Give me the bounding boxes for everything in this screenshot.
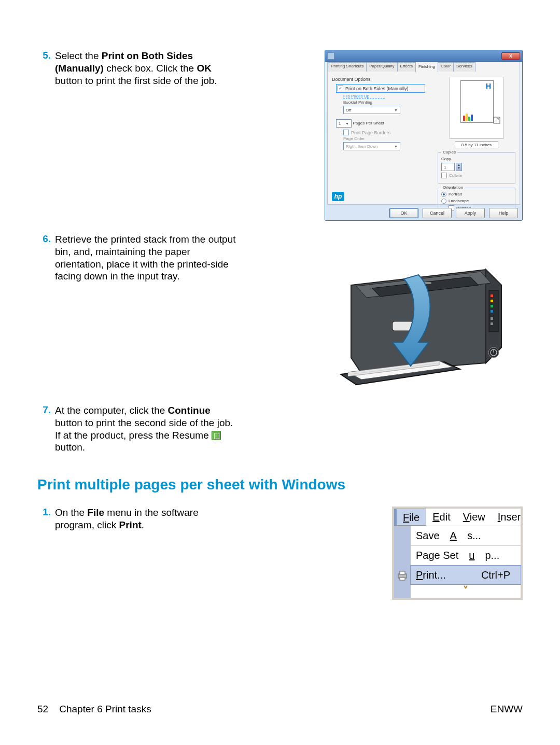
page-order-label: Page Order [343, 136, 425, 141]
print-icon [394, 566, 411, 585]
print-page-borders-checkbox: Print Page Borders [343, 130, 425, 135]
close-button[interactable]: X [501, 52, 520, 60]
svg-rect-7 [491, 310, 493, 313]
page-footer: 52 Chapter 6 Print tasks ENWW [37, 704, 523, 715]
help-button[interactable]: Help [489, 208, 518, 218]
page-setup-icon [394, 546, 411, 566]
step-1-illustration: File Edit View Inser Save As... Page Set… [236, 507, 523, 600]
booklet-printing-combo[interactable]: Off▼ [343, 106, 400, 114]
footer-brand: ENWW [491, 704, 523, 715]
svg-rect-8 [491, 317, 493, 320]
printer-icon [330, 238, 517, 389]
svg-rect-4 [491, 294, 493, 297]
copy-count-input[interactable]: 1 [441, 163, 455, 171]
apply-button[interactable]: Apply [456, 208, 485, 218]
step-6-number: 6. [37, 233, 55, 245]
paper-size-label: 8.5 by 11 inches [455, 141, 498, 148]
menu-file[interactable]: File [396, 509, 426, 526]
dialog-tabs: Printing Shortcuts Paper/Quality Effects… [328, 62, 520, 72]
step-5-text: Select the Print on Both Sides (Manually… [55, 50, 236, 87]
menubar: File Edit View Inser [394, 509, 521, 526]
svg-rect-9 [491, 322, 493, 325]
svg-rect-3 [489, 290, 498, 332]
tab-paper-quality[interactable]: Paper/Quality [366, 62, 397, 72]
checkbox-icon [441, 173, 447, 178]
step-5-number: 5. [37, 50, 55, 61]
menu-item-save-as[interactable]: Save As... [411, 526, 521, 546]
flip-pages-up-checkbox[interactable]: Flip Pages Up [343, 94, 385, 99]
step-1-text: On the File menu in the software program… [55, 507, 236, 531]
portrait-radio[interactable]: Portrait [441, 192, 512, 197]
tab-effects[interactable]: Effects [397, 62, 416, 72]
dialog-app-icon [327, 52, 334, 60]
step-5-row: 5. Select the Print on Both Sides (Manua… [37, 50, 523, 221]
menu-view[interactable]: View [457, 509, 492, 526]
step-7-number: 7. [37, 404, 55, 416]
step-1-row: 1. On the File menu in the software prog… [37, 507, 523, 600]
step-5-illustration: X Printing Shortcuts Paper/Quality Effec… [236, 50, 523, 221]
svg-rect-16 [400, 571, 405, 574]
tab-printing-shortcuts[interactable]: Printing Shortcuts [328, 62, 367, 72]
menu-item-print[interactable]: Print...Ctrl+P [410, 565, 521, 585]
tab-finishing[interactable]: Finishing [415, 63, 438, 72]
tab-services[interactable]: Services [453, 62, 475, 72]
cancel-button[interactable]: Cancel [423, 208, 452, 218]
menu-item-page-setup[interactable]: Page Setup... [411, 546, 521, 566]
menu-edit[interactable]: Edit [426, 509, 456, 526]
resume-button-icon [212, 431, 221, 440]
ok-button[interactable]: OK [389, 208, 418, 218]
copy-spinner[interactable]: ▲▼ [456, 163, 462, 171]
page-order-combo: Right, then Down▼ [343, 142, 400, 150]
page-preview: H [450, 77, 503, 139]
booklet-printing-label: Booklet Printing [343, 100, 425, 105]
svg-rect-6 [491, 305, 493, 307]
section-heading: Print multiple pages per sheet with Wind… [37, 476, 523, 493]
svg-rect-5 [491, 300, 493, 302]
page-number: 52 [37, 704, 48, 714]
step-6-row: 6. Retrieve the printed stack from the o… [37, 233, 523, 394]
step-6-text: Retrieve the printed stack from the outp… [55, 233, 236, 283]
step-7-row: 7. At the computer, click the Continue b… [37, 404, 523, 454]
save-as-icon [394, 526, 411, 546]
document-options-label: Document Options [332, 77, 425, 82]
svg-rect-17 [400, 578, 405, 580]
chapter-label: Chapter 6 Print tasks [59, 704, 151, 714]
step-7-text: At the computer, click the Continue butt… [55, 404, 236, 454]
print-properties-dialog: X Printing Shortcuts Paper/Quality Effec… [325, 50, 523, 221]
pages-per-sheet-combo[interactable]: 1▼ [336, 119, 352, 128]
menu-expand-icon[interactable]: ˅ [411, 584, 521, 597]
step-6-illustration [236, 233, 523, 394]
tab-color[interactable]: Color [438, 62, 454, 72]
menu-insert[interactable]: Inser [492, 509, 527, 526]
hp-logo-icon: hp [332, 192, 344, 201]
orientation-icon [493, 117, 500, 124]
checkbox-icon: ✓ [338, 86, 343, 91]
print-both-sides-checkbox[interactable]: ✓ Print on Both Sides (Manually) [336, 84, 425, 93]
landscape-radio[interactable]: Landscape [441, 199, 512, 204]
file-menu: File Edit View Inser Save As... Page Set… [392, 507, 523, 600]
dialog-titlebar: X [325, 50, 522, 62]
pages-per-sheet-label: Pages Per Sheet [353, 121, 384, 125]
checkbox-icon [343, 130, 349, 135]
copies-group: Copies Copy 1 ▲▼ Collate [438, 152, 515, 184]
step-1-number: 1. [37, 507, 55, 518]
